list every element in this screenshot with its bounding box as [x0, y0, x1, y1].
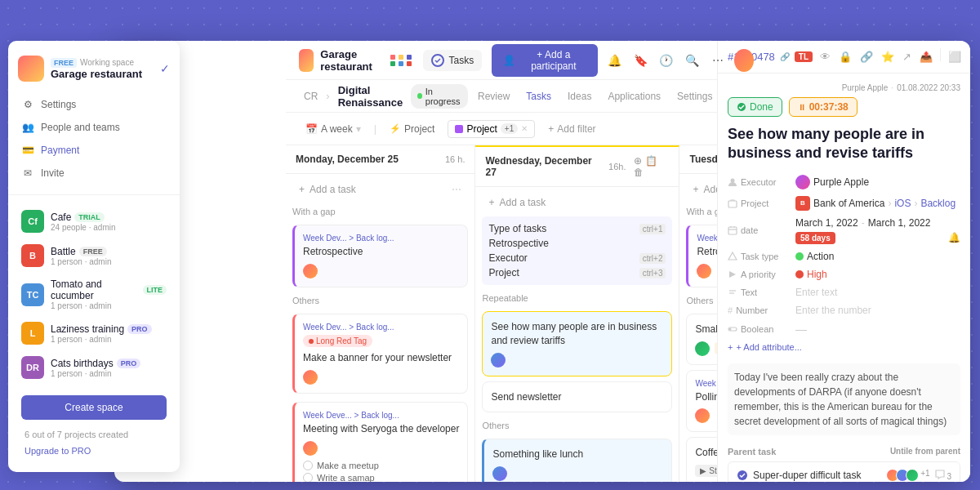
- people-teams-menu-item[interactable]: 👥 People and teams: [15, 116, 173, 139]
- timer-value: 00:37:38: [809, 101, 849, 113]
- week-dev-link[interactable]: Week Dev... > Back log...: [303, 234, 459, 243]
- tab-review[interactable]: Review: [471, 87, 516, 105]
- export-icon[interactable]: 📤: [917, 48, 935, 65]
- task-banner-newsletter[interactable]: Week Dev... > Back log... Long Red Tag M…: [292, 314, 468, 394]
- bell-icon-btn[interactable]: 🔔: [604, 49, 624, 72]
- tomato-badge: LITE: [143, 285, 167, 295]
- upgrade-link[interactable]: Upgrade to PRO: [15, 443, 173, 459]
- create-space-button[interactable]: Create space: [21, 395, 167, 420]
- settings-menu-item[interactable]: ⚙ Settings: [15, 93, 173, 116]
- col-1-date: Monday, December 25: [296, 154, 399, 165]
- groupby-filter[interactable]: ⚡ Project: [383, 120, 441, 138]
- share-icon[interactable]: ↗: [900, 48, 914, 65]
- tomato-info: Tomato and cucumber LITE 1 person · admi…: [51, 278, 167, 310]
- task-meeting-seryoga[interactable]: Week Deve... > Back log... Meeting with …: [292, 402, 468, 482]
- add-participant-button[interactable]: 👤 + Add a participant: [492, 44, 598, 77]
- week-filter[interactable]: 📅 A week ▾: [299, 120, 368, 138]
- task-pollinate-meta: [695, 408, 717, 423]
- task-send-newsletter[interactable]: Send newsletter: [482, 381, 672, 413]
- col-1-header: Monday, December 25 16 h.: [286, 145, 474, 174]
- workspace-switcher[interactable]: Garage restaurant: [299, 48, 381, 73]
- payment-menu-item[interactable]: 💳 Payment: [15, 139, 173, 162]
- star-icon[interactable]: ⭐: [879, 48, 897, 65]
- tasks-button[interactable]: Tasks: [423, 50, 483, 71]
- task-coffee-break[interactable]: Coffee break ▶ Start 00:00:00: [686, 437, 717, 482]
- link-icon[interactable]: 🔗: [858, 48, 875, 65]
- close-panel-icon[interactable]: ✕: [967, 48, 970, 65]
- status-pill[interactable]: In progress: [411, 84, 468, 109]
- add-task-more: ⋯: [452, 184, 461, 195]
- sidebar-menu: ⚙ Settings 👥 People and teams 💳 Payment …: [8, 90, 180, 188]
- user-avatar[interactable]: [734, 49, 754, 72]
- clock-icon-btn[interactable]: 🕐: [657, 49, 676, 72]
- tab-ideas[interactable]: Ideas: [561, 87, 598, 105]
- meta-project: Project B Bank of America › iOS › Backlo…: [728, 196, 960, 211]
- extra-avatars: +1: [920, 469, 929, 482]
- task-pollinate[interactable]: Week Deve... > Back log... Pollinate in …: [686, 370, 717, 433]
- tab-settings[interactable]: Settings: [670, 87, 719, 105]
- week-dev-link-2[interactable]: Week Dev... > Back log...: [303, 323, 459, 332]
- meta-number: # Number Enter the number: [728, 305, 960, 316]
- week-dev-link-3[interactable]: Week Deve... > Back log...: [303, 411, 459, 420]
- meta-date: date March 1, 2022 - March 1, 2022 58 da…: [728, 217, 960, 244]
- project-selector[interactable]: Project +1 ✕: [448, 120, 535, 138]
- task-digital-renaissance[interactable]: Week Dev... > Back log... Retrospective: [292, 225, 468, 287]
- parent-task-card[interactable]: Super-duper difficult task +1 3: [728, 461, 960, 482]
- lock-icon[interactable]: 🔒: [836, 48, 854, 65]
- tab-applications[interactable]: Applications: [601, 87, 667, 105]
- ws-name-top: Garage restaurant: [320, 48, 380, 73]
- meta-add-attr[interactable]: + + Add attribute...: [728, 342, 960, 352]
- timer-pause-icon: ⏸: [798, 103, 806, 112]
- invite-menu-item[interactable]: ✉ Invite: [15, 162, 173, 185]
- col-3-add-task[interactable]: + Add a task: [686, 180, 717, 198]
- untile-link[interactable]: Untile from parent: [890, 447, 960, 456]
- col-3-header: Tuesday, December 26 1: [679, 145, 717, 174]
- number-meta-value: Enter the number: [795, 305, 871, 316]
- col-2-add-task[interactable]: + Add a task: [482, 194, 672, 212]
- week-dev-link-5[interactable]: Week Deve... > Back log...: [695, 379, 717, 388]
- tab-tasks[interactable]: Tasks: [519, 87, 558, 105]
- add-filter-button[interactable]: + Add filter: [541, 120, 602, 138]
- col-1-hours: 16 h.: [445, 154, 465, 164]
- project-plus-badge: +1: [501, 123, 518, 134]
- done-badge[interactable]: Done: [728, 97, 782, 117]
- apps-grid-icon[interactable]: [390, 55, 413, 66]
- executor-name: Purple Apple: [813, 176, 869, 188]
- close-filter-icon[interactable]: ✕: [521, 124, 528, 133]
- number-placeholder[interactable]: Enter the number: [795, 305, 871, 316]
- task-something-lunch[interactable]: Something like lunch: [482, 439, 672, 482]
- laziness-name: Laziness training PRO: [51, 323, 167, 335]
- task-small-current[interactable]: Small current at the cooler ▶ 00:37:36: [686, 314, 717, 365]
- add-attribute-btn[interactable]: + + Add attribute...: [728, 342, 802, 352]
- workspace-cats[interactable]: DR Cats birthdays PRO 1 person · admin: [15, 351, 173, 384]
- eye-icon[interactable]: 👁: [817, 48, 833, 65]
- invite-label: Invite: [41, 167, 65, 179]
- workspace-cafe[interactable]: Cf Cafe TRIAL 24 people · admin: [15, 205, 173, 238]
- week-dev-link-4[interactable]: Week Dev... > Back log...: [697, 234, 717, 243]
- text-placeholder[interactable]: Enter text: [795, 287, 837, 298]
- svg-point-1: [731, 178, 735, 182]
- task-pollinate-title: Pollinate in maidens: [695, 390, 717, 404]
- workspace-battle[interactable]: B Battle FREE 1 person · admin: [15, 239, 173, 272]
- check-samap-label: Write a samap: [317, 473, 375, 482]
- project-backlog[interactable]: Backlog: [920, 198, 956, 209]
- filter-separator-1: |: [374, 122, 376, 135]
- more-icon-btn[interactable]: ⋯: [708, 49, 728, 72]
- bell-date-icon[interactable]: 🔔: [948, 232, 960, 243]
- task-type-meta-value: Action: [795, 251, 834, 262]
- project-ios[interactable]: iOS: [894, 198, 911, 209]
- col-1-add-task[interactable]: + Add a task ⋯: [292, 180, 468, 198]
- timer-display[interactable]: ⏸ 00:37:38: [789, 97, 858, 117]
- workspace-laziness[interactable]: L Laziness training PRO 1 person · admin: [15, 317, 173, 350]
- expand-icon[interactable]: ⬜: [946, 48, 964, 65]
- workspace-tomato[interactable]: TC Tomato and cucumber LITE 1 person · a…: [15, 274, 173, 315]
- task-banner-title: Make a banner for your newsletter: [303, 351, 459, 365]
- bookmark-icon-btn[interactable]: 🔖: [630, 49, 650, 72]
- cats-badge: PRO: [117, 359, 141, 368]
- task-retro-col3[interactable]: Week Dev... > Back log... Retrospective: [686, 225, 717, 287]
- timer-badge-coffee: ▶ Start 00:00:00: [695, 465, 717, 477]
- project-filter-label: Project: [404, 123, 434, 135]
- task-coffee-meta: ▶ Start 00:00:00: [695, 465, 717, 477]
- task-see-people[interactable]: See how many people are in business and …: [482, 311, 672, 376]
- search-icon-btn[interactable]: 🔍: [683, 49, 702, 72]
